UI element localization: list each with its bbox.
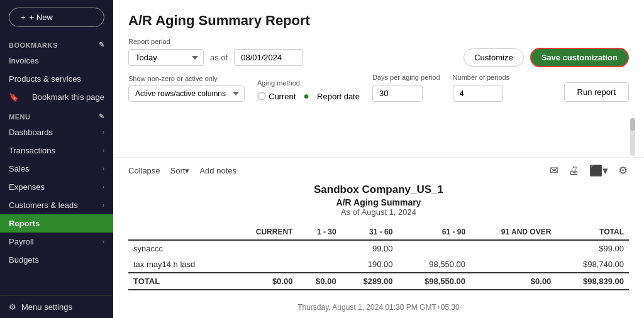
- report-footer: Thursday, August 1, 2024 01:30 PM GMT+05…: [128, 303, 629, 318]
- periods-label: Number of periods: [453, 74, 510, 81]
- days-per-period-group: Days per aging period: [372, 74, 440, 102]
- gear-icon: ⚙: [9, 302, 16, 312]
- sidebar-item-payroll[interactable]: Payroll ›: [0, 233, 113, 251]
- total-current: $0.00: [231, 273, 297, 290]
- run-report-button[interactable]: Run report: [564, 82, 629, 102]
- col-total-header: TOTAL: [556, 224, 629, 240]
- sidebar-item-expenses[interactable]: Expenses ›: [0, 178, 113, 196]
- plus-icon: +: [21, 13, 26, 22]
- row-91: [470, 256, 556, 273]
- report-period-group: Report period Today as of: [128, 38, 303, 66]
- row-total: $98,740.00: [556, 256, 629, 273]
- col-31-60-header: 31 - 60: [341, 224, 398, 240]
- aging-current-option[interactable]: Current: [257, 92, 296, 101]
- total-31-60: $289.00: [341, 273, 398, 290]
- table-row: tax may14 h lasd 190.00 98,550.00 $98,74…: [128, 256, 629, 273]
- report-period-label: Report period: [128, 38, 303, 45]
- report-table: CURRENT 1 - 30 31 - 60 61 - 90 91 AND OV…: [128, 224, 629, 290]
- bookmarks-section: BOOKMARKS ✎: [0, 35, 113, 52]
- show-select[interactable]: Active rows/active columns: [128, 85, 245, 102]
- row-61-90: [397, 240, 470, 256]
- menu-section: MENU ✎: [0, 106, 113, 123]
- sidebar-item-reports[interactable]: Reports: [0, 214, 113, 233]
- email-icon[interactable]: ✉: [548, 163, 560, 178]
- customize-button[interactable]: Customize: [464, 48, 523, 67]
- sidebar-item-dashboards[interactable]: Dashboards ›: [0, 123, 113, 141]
- total-61-90: $98,550.00: [397, 273, 470, 290]
- main-content: A/R Aging Summary Report Report period T…: [113, 0, 644, 118]
- chevron-right-icon: ›: [103, 147, 104, 154]
- as-of-date-input[interactable]: [234, 49, 303, 66]
- show-label: Show non-zero or active only: [128, 75, 245, 82]
- report-area: Sandbox Company_US_1 A/R Aging Summary A…: [113, 184, 644, 318]
- company-name: Sandbox Company_US_1: [128, 184, 629, 196]
- green-dot: ●: [303, 90, 309, 102]
- report-date-line: As of August 1, 2024: [128, 207, 629, 217]
- days-input[interactable]: [372, 85, 423, 102]
- col-61-90-header: 61 - 90: [397, 224, 470, 240]
- aging-method-label: Aging method: [257, 79, 360, 87]
- period-select[interactable]: Today: [128, 49, 204, 66]
- sort-button[interactable]: Sort▾: [170, 166, 190, 175]
- chevron-right-icon: ›: [103, 165, 104, 172]
- table-row: synaccc 99.00 $99.00: [128, 240, 629, 256]
- row-name: tax may14 h lasd: [128, 256, 231, 273]
- row-total: $99.00: [556, 240, 629, 256]
- row-1-30: [297, 256, 341, 273]
- report-toolbar: Collapse Sort▾ Add notes ✉ 🖨 ⬛▾ ⚙: [113, 157, 644, 184]
- main-panel: A/R Aging Summary Report Report period T…: [113, 0, 644, 318]
- sidebar-item-sales[interactable]: Sales ›: [0, 160, 113, 178]
- save-customization-button[interactable]: Save customization: [530, 48, 629, 67]
- sidebar-item-transactions[interactable]: Transactions ›: [0, 141, 113, 160]
- show-nonzero-group: Show non-zero or active only Active rows…: [128, 75, 245, 102]
- row-31-60: 190.00: [341, 256, 398, 273]
- bookmarks-edit-icon[interactable]: ✎: [99, 41, 105, 49]
- col-current-header: CURRENT: [231, 224, 297, 240]
- row-61-90: 98,550.00: [397, 256, 470, 273]
- as-of-label: as of: [210, 53, 228, 62]
- row-current: [231, 240, 297, 256]
- sidebar-item-customers-leads[interactable]: Customers & leads ›: [0, 196, 113, 214]
- col-1-30-header: 1 - 30: [297, 224, 341, 240]
- sidebar: + + New BOOKMARKS ✎ Invoices Products & …: [0, 0, 113, 318]
- days-label: Days per aging period: [372, 74, 440, 81]
- num-periods-group: Number of periods: [453, 74, 510, 102]
- total-label: TOTAL: [128, 273, 231, 290]
- sidebar-item-products[interactable]: Products & services: [0, 70, 113, 88]
- table-header-row: CURRENT 1 - 30 31 - 60 61 - 90 91 AND OV…: [128, 224, 629, 240]
- total-91: $0.00: [470, 273, 556, 290]
- header-buttons: Customize Save customization: [464, 38, 629, 67]
- menu-settings[interactable]: ⚙ Menu settings: [0, 295, 113, 318]
- collapse-button[interactable]: Collapse: [128, 166, 160, 175]
- row-31-60: 99.00: [341, 240, 398, 256]
- aging-current-radio[interactable]: [257, 92, 266, 101]
- row-1-30: [297, 240, 341, 256]
- chevron-right-icon: ›: [103, 129, 104, 136]
- total-1-30: $0.00: [297, 273, 341, 290]
- bookmark-icon: 🔖: [9, 92, 19, 102]
- chevron-right-icon: ›: [103, 202, 104, 209]
- row-name: synaccc: [128, 240, 231, 256]
- export-icon[interactable]: ⬛▾: [588, 163, 609, 178]
- total-row: TOTAL $0.00 $0.00 $289.00 $98,550.00 $0.…: [128, 273, 629, 290]
- print-icon[interactable]: 🖨: [567, 163, 580, 178]
- row-current: [231, 256, 297, 273]
- aging-method-group: Aging method Current ● Report date: [257, 79, 360, 102]
- settings-icon[interactable]: ⚙: [617, 163, 629, 178]
- col-91-over-header: 91 AND OVER: [470, 224, 556, 240]
- sidebar-item-bookmark-page[interactable]: 🔖 Bookmark this page: [0, 88, 113, 106]
- chevron-right-icon: ›: [103, 238, 104, 245]
- periods-input[interactable]: [453, 85, 503, 102]
- col-name-header: [128, 224, 231, 240]
- new-button[interactable]: + + New: [9, 8, 104, 27]
- aging-report-date-option[interactable]: Report date: [317, 92, 360, 101]
- total-total: $98,839.00: [556, 273, 629, 290]
- sidebar-item-budgets[interactable]: Budgets: [0, 251, 113, 269]
- sidebar-item-invoices[interactable]: Invoices: [0, 52, 113, 70]
- menu-edit-icon[interactable]: ✎: [99, 112, 105, 121]
- page-title: A/R Aging Summary Report: [128, 13, 629, 29]
- chevron-right-icon: ›: [103, 184, 104, 190]
- row-91: [470, 240, 556, 256]
- add-notes-button[interactable]: Add notes: [199, 166, 236, 175]
- report-subtitle: A/R Aging Summary: [128, 197, 629, 207]
